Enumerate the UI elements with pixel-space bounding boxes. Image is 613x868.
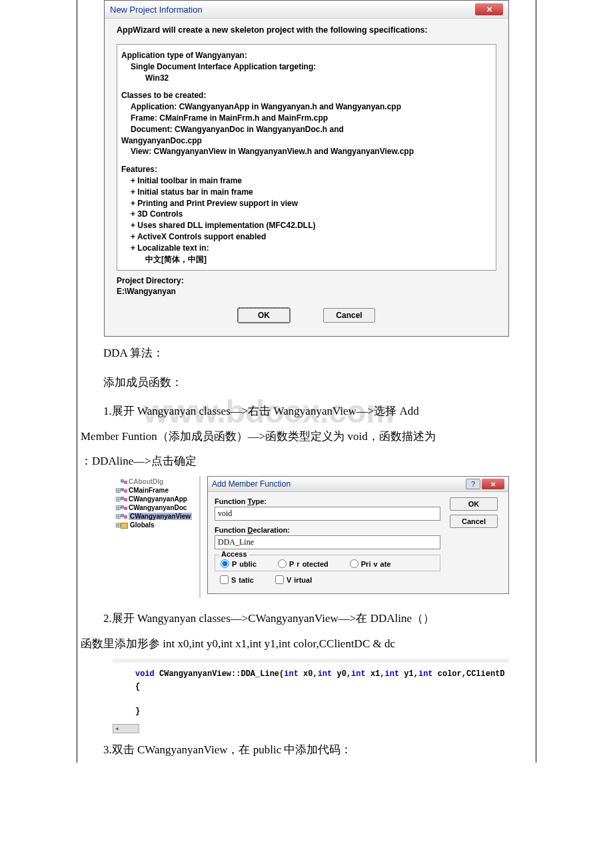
tree-item-cut: CAboutDlg xyxy=(114,477,199,486)
radio-protected[interactable]: Protected xyxy=(278,559,328,568)
code-keyword: int xyxy=(318,669,332,679)
new-project-info-dialog: New Project Information ✕ AppWizard will… xyxy=(104,0,509,337)
dialog-heading: AppWizard will create a new skeleton pro… xyxy=(117,25,496,35)
code-text: y0, xyxy=(332,669,351,679)
info-line: View: CWangyanyanView in WangyanyanView.… xyxy=(121,146,492,157)
info-line: Single Document Interface Application ta… xyxy=(121,61,492,73)
info-line: Win32 xyxy=(121,73,492,84)
class-tree[interactable]: CAboutDlg ⊞CMainFrame ⊞CWangyanyanApp ⊞C… xyxy=(114,476,201,598)
add-member-function-dialog: Add Member Function ? ✕ Function Type: F… xyxy=(207,476,509,594)
project-directory-path: E:\Wangyanyan xyxy=(117,287,496,296)
info-line: WangyanyanDoc.cpp xyxy=(121,135,492,147)
tree-item-selected[interactable]: ⊞CWangyanyanView xyxy=(114,512,199,521)
code-text: x0, xyxy=(299,669,318,679)
function-declaration-label: Function Declaration: xyxy=(215,526,440,534)
code-text: color,CClientD xyxy=(433,669,505,679)
function-type-label: Function Type: xyxy=(215,497,440,505)
info-line: Application type of Wangyanyan: xyxy=(121,50,492,61)
info-line: + Initial toolbar in main frame xyxy=(121,175,492,187)
info-line: + Initial status bar in main frame xyxy=(121,187,492,198)
info-line: Frame: CMainFrame in MainFrm.h and MainF… xyxy=(121,113,492,124)
function-declaration-input[interactable] xyxy=(215,535,440,549)
info-line: + Uses shared DLL implementation (MFC42.… xyxy=(121,220,492,231)
info-line: + ActiveX Controls support enabled xyxy=(121,231,492,243)
project-directory-label: Project Directory: xyxy=(117,276,496,285)
tree-item[interactable]: ⊞CWangyanyanApp xyxy=(114,495,199,503)
info-line: + 3D Controls xyxy=(121,209,492,220)
code-keyword: int xyxy=(284,669,299,679)
info-line: Classes to be created: xyxy=(121,90,492,101)
paragraph-step2: 2.展开 Wangyanyan classes—>CWangyanyanView… xyxy=(81,602,532,656)
ok-button[interactable]: OK xyxy=(450,497,498,511)
code-keyword: int xyxy=(418,669,433,679)
code-editor-snippet: void CWangyanyanView::DDA_Line(int x0,in… xyxy=(113,659,509,733)
info-line: Features: xyxy=(121,164,492,175)
info-line: 中文[简体，中国] xyxy=(121,254,492,265)
paragraph-step1: 1.展开 Wangyanyan classes—>右击 WangyanyanVi… xyxy=(81,395,532,473)
cancel-button[interactable]: Cancel xyxy=(450,515,498,528)
dialog-title: Add Member Function xyxy=(212,479,291,489)
code-keyword: int xyxy=(351,669,366,679)
paragraph-step3: 3.双击 CWangyanyanView，在 public 中添加代码： xyxy=(81,733,532,762)
close-icon[interactable]: ✕ xyxy=(475,3,503,15)
project-info-text: Application type of Wangyanyan: Single D… xyxy=(117,44,496,271)
access-group: Access Public Protected Private xyxy=(215,555,440,571)
code-brace: } xyxy=(113,705,509,718)
code-text: y1, xyxy=(399,669,418,679)
tree-item-globals[interactable]: ⊞Globals xyxy=(114,521,199,529)
info-line: + Localizable text in: xyxy=(121,243,492,254)
paragraph-add-member: 添加成员函数： xyxy=(81,366,532,395)
radio-public[interactable]: Public xyxy=(221,559,257,568)
cancel-button[interactable]: Cancel xyxy=(323,308,375,323)
check-virtual[interactable]: Virtual xyxy=(275,575,312,584)
code-brace: { xyxy=(113,681,509,693)
info-line: Application: CWangyanyanApp in Wangyanya… xyxy=(121,101,492,113)
info-line: + Printing and Print Preview support in … xyxy=(121,198,492,209)
function-type-input[interactable] xyxy=(215,507,440,521)
close-icon[interactable]: ✕ xyxy=(482,479,504,489)
paragraph-dda: DDA 算法： xyxy=(81,337,532,365)
code-keyword: int xyxy=(385,669,400,679)
help-icon[interactable]: ? xyxy=(466,479,480,489)
code-text: x1, xyxy=(366,669,385,679)
dialog-title: New Project Information xyxy=(110,5,203,15)
code-keyword: void xyxy=(135,669,155,679)
tree-item[interactable]: ⊞CWangyanyanDoc xyxy=(114,503,199,512)
code-text: CWangyanyanView::DDA_Line( xyxy=(155,669,284,679)
radio-private[interactable]: Private xyxy=(350,559,391,568)
check-static[interactable]: Static xyxy=(220,575,254,584)
scroll-left-icon[interactable] xyxy=(113,724,139,733)
tree-item[interactable]: ⊞CMainFrame xyxy=(114,486,199,495)
ok-button[interactable]: OK xyxy=(238,308,290,323)
access-legend: Access xyxy=(219,550,249,558)
info-line: Document: CWangyanyanDoc in WangyanyanDo… xyxy=(121,124,492,135)
